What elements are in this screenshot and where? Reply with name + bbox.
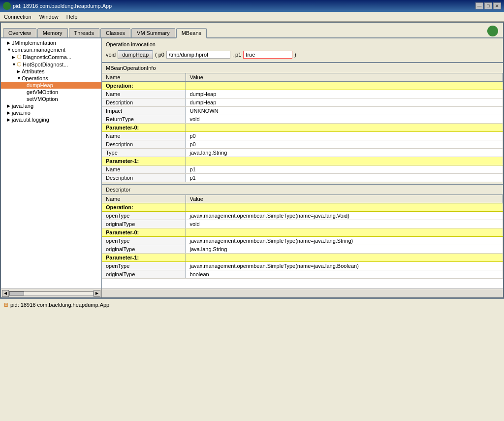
row-value-cell: java.lang.String: [186, 245, 503, 254]
arrow-diagnostic: ▶: [12, 55, 17, 60]
desc-col-value-header: Value: [186, 195, 503, 203]
col-name-header: Name: [102, 73, 186, 82]
row-value-cell: p1: [186, 165, 503, 174]
section-value-cell: [186, 228, 503, 237]
descriptor-table: Name Value Operation:openTypejavax.manag…: [102, 195, 503, 279]
close-paren: ): [294, 52, 296, 58]
table-row: Parameter-0:: [102, 124, 503, 132]
table-row: Operation:: [102, 203, 503, 212]
operation-invocation-panel: Operation invocation void dumpHeap ( p0 …: [102, 38, 503, 63]
sidebar-item-hotspot[interactable]: ▼ ⬡ HotSpotDiagnost...: [1, 61, 101, 68]
label-dumpheap: dumpHeap: [27, 82, 53, 88]
sidebar-item-java-nio[interactable]: ▶ java.nio: [1, 109, 101, 116]
table-row: NamedumpHeap: [102, 90, 503, 98]
param1-input[interactable]: [243, 51, 292, 59]
tab-memory[interactable]: Memory: [37, 28, 68, 37]
sidebar-item-operations[interactable]: ▼ Operations: [1, 75, 101, 82]
row-name-cell: originalType: [102, 270, 186, 279]
table-row: originalTypevoid: [102, 220, 503, 228]
table-row: Operation:: [102, 82, 503, 90]
label-getvmoption: getVMOption: [27, 89, 58, 95]
sidebar-item-diagnosticcomma[interactable]: ▶ ⬡ DiagnosticComma...: [1, 53, 101, 61]
main-window: Overview Memory Threads Classes VM Summa…: [0, 22, 504, 298]
label-attributes: Attributes: [22, 68, 44, 74]
arrow-operations: ▼: [17, 76, 22, 81]
sidebar-item-setvmoption[interactable]: setVMOption: [1, 96, 101, 102]
row-name-cell: Description: [102, 174, 186, 182]
row-name-cell: Name: [102, 90, 186, 98]
section-name-cell: Parameter-1:: [102, 254, 186, 262]
section-value-cell: [186, 254, 503, 262]
sidebar-item-dumpheap[interactable]: dumpHeap: [1, 82, 101, 89]
row-name-cell: Description: [102, 140, 186, 149]
table-row: Parameter-1:: [102, 157, 503, 165]
menu-help[interactable]: Help: [64, 13, 80, 20]
bottom-scroll-area: ◀ ▶: [1, 289, 503, 297]
hscroll-track: [9, 291, 94, 296]
window-title: pid: 18916 com.baeldung.heapdump.App: [13, 3, 112, 9]
arrow-attributes: ▶: [17, 69, 22, 74]
dumpheap-button[interactable]: dumpHeap: [118, 50, 153, 59]
table-row: Descriptionp1: [102, 174, 503, 182]
menu-window[interactable]: Window: [37, 13, 61, 20]
tabs-row: Overview Memory Threads Classes VM Summa…: [1, 23, 503, 38]
table-row: Parameter-1:: [102, 254, 503, 262]
tab-vm-summary[interactable]: VM Summary: [131, 28, 175, 37]
section-value-cell: [186, 124, 503, 132]
param0-input[interactable]: [166, 51, 230, 59]
section-value-cell: [186, 82, 503, 90]
content-area: ▶ JMImplementation ▼ com.sun.management …: [1, 38, 503, 289]
param1-label: , p1: [232, 52, 241, 58]
arrow-hotspot: ▼: [12, 62, 17, 67]
row-name-cell: Impact: [102, 107, 186, 115]
row-name-cell: Name: [102, 165, 186, 174]
section-name-cell: Parameter-0:: [102, 124, 186, 132]
hscroll-left-btn[interactable]: ◀: [2, 290, 9, 297]
menu-connection[interactable]: Connection: [2, 13, 33, 20]
table-row: openTypejavax.management.openmbean.Simpl…: [102, 212, 503, 220]
label-com-sun: com.sun.management: [12, 47, 65, 53]
row-value-cell: boolean: [186, 270, 503, 279]
minimize-button[interactable]: —: [475, 2, 483, 9]
row-name-cell: openType: [102, 212, 186, 220]
label-java-util-logging: java.util.logging: [12, 117, 49, 123]
tab-classes[interactable]: Classes: [100, 28, 130, 37]
col-value-header: Value: [186, 73, 503, 82]
table-row: originalTypeboolean: [102, 270, 503, 279]
table-row: DescriptiondumpHeap: [102, 98, 503, 107]
sidebar-item-getvmoption[interactable]: getVMOption: [1, 89, 101, 96]
icon-diagnostic: ⬡: [17, 54, 22, 60]
row-value-cell: java.lang.String: [186, 149, 503, 157]
row-name-cell: originalType: [102, 245, 186, 254]
tab-mbeans[interactable]: MBeans: [176, 28, 207, 38]
label-operations: Operations: [22, 75, 48, 81]
row-value-cell: UNKNOWN: [186, 107, 503, 115]
desc-col-name-header: Name: [102, 195, 186, 203]
hscroll-thumb: [9, 291, 24, 295]
label-java-nio: java.nio: [12, 110, 31, 116]
mbeans-icon-area: [484, 25, 501, 37]
label-jmimplementation: JMImplementation: [12, 40, 56, 46]
tab-overview[interactable]: Overview: [3, 28, 36, 37]
maximize-button[interactable]: □: [484, 2, 492, 9]
table-row: openTypejavax.management.openmbean.Simpl…: [102, 262, 503, 270]
label-hotspot: HotSpotDiagnost...: [23, 62, 68, 67]
sidebar-item-attributes[interactable]: ▶ Attributes: [1, 68, 101, 75]
descriptor-header: Descriptor: [102, 184, 503, 195]
tab-threads[interactable]: Threads: [69, 28, 99, 37]
icon-hotspot: ⬡: [17, 61, 22, 67]
param0-open-paren: ( p0: [155, 52, 164, 58]
row-value-cell: javax.management.openmbean.SimpleType(na…: [186, 212, 503, 220]
app-icon: [3, 2, 11, 10]
sidebar-item-java-util-logging[interactable]: ▶ java.util.logging: [1, 116, 101, 123]
section-name-cell: Parameter-0:: [102, 228, 186, 237]
row-value-cell: p0: [186, 140, 503, 149]
status-bar: 🖥 pid: 18916 com.baeldung.heapdump.App: [0, 298, 504, 310]
close-button[interactable]: ✕: [493, 2, 501, 9]
sidebar-item-java-lang[interactable]: ▶ java.lang: [1, 102, 101, 109]
sidebar-item-com-sun-management[interactable]: ▼ com.sun.management: [1, 46, 101, 53]
sidebar-item-jmimplementation[interactable]: ▶ JMImplementation: [1, 39, 101, 46]
row-value-cell: javax.management.openmbean.SimpleType(na…: [186, 262, 503, 270]
section-name-cell: Operation:: [102, 203, 186, 212]
hscroll-right-btn[interactable]: ▶: [94, 290, 100, 297]
